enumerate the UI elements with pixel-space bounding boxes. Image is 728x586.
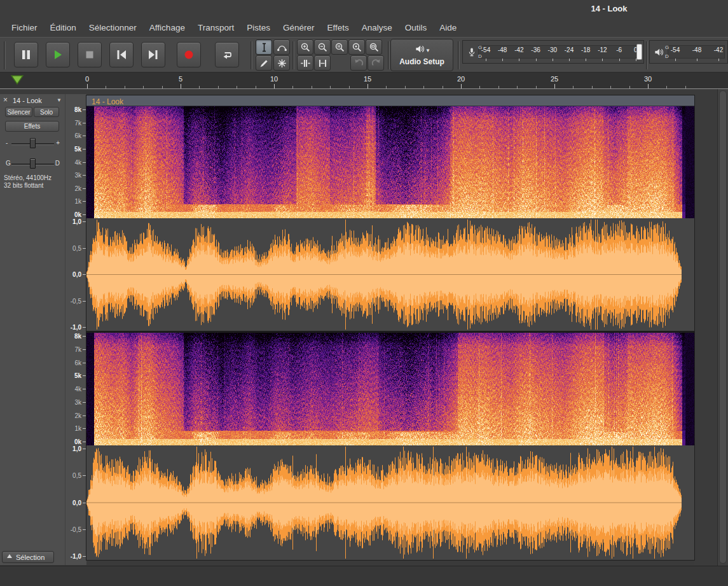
vertical-scale-ruler[interactable]: 8k7k6k5k4k3k2k1k0k1,00,50,0-0,5-1,08k7k6… — [65, 94, 86, 565]
draw-tool-button[interactable] — [256, 55, 272, 71]
timeline-tick — [629, 86, 630, 88]
timeline-tick — [405, 86, 406, 88]
track-format-info: Stéréo, 44100Hz 32 bits flottant — [4, 174, 52, 190]
toolbar-grip[interactable] — [292, 41, 294, 69]
zoom-in-button[interactable] — [297, 39, 313, 55]
timeline-tick — [554, 84, 555, 88]
timeline-label: 15 — [364, 75, 371, 83]
menu-fichier[interactable]: Fichier — [5, 20, 44, 35]
stop-icon — [83, 48, 96, 61]
timeline-label: 20 — [457, 75, 465, 83]
track-title[interactable]: 14 - Look — [13, 97, 42, 104]
timeline-tick — [498, 86, 499, 88]
timeline-tick — [87, 84, 88, 88]
toolbar-grip[interactable] — [388, 41, 390, 69]
clip-header[interactable]: 14 - Look — [86, 95, 694, 106]
record-button[interactable] — [177, 42, 201, 67]
envelope-tool-button[interactable] — [273, 39, 290, 55]
timeline-tick — [685, 86, 686, 88]
envelope-icon — [277, 42, 287, 53]
scale-label: -1,0 — [71, 324, 81, 331]
meter-scale-label: -30 — [548, 46, 557, 53]
scale-label: 3k — [74, 172, 81, 179]
menu-edition[interactable]: Édition — [44, 20, 83, 35]
zoom-toggle-button[interactable] — [348, 39, 365, 55]
toolbar-grip[interactable] — [458, 41, 460, 69]
timeline-tick — [106, 86, 106, 88]
redo-button[interactable] — [367, 55, 384, 71]
stop-button[interactable] — [78, 42, 102, 67]
gain-slider[interactable]: - + — [4, 135, 62, 151]
track-area: × 14 - Look ▼ Silencer Solo Effets - + G… — [0, 89, 728, 566]
meter-tick — [602, 59, 603, 61]
silence-button[interactable] — [314, 55, 331, 71]
scale-label: 5k — [74, 145, 81, 152]
scale-label: 0,0 — [72, 271, 81, 278]
meter-scale-label: -48 — [692, 46, 701, 53]
menu-pistes[interactable]: Pistes — [240, 20, 277, 35]
vertical-scrollbar-thumb[interactable] — [719, 90, 727, 564]
selection-toolbar-button[interactable]: Sélection — [2, 551, 54, 563]
selection-tool-button[interactable] — [256, 39, 272, 55]
audio-setup-button[interactable]: ▾ Audio Setup — [390, 39, 453, 71]
spectrogram-right-channel[interactable] — [86, 333, 694, 445]
zoom-fit-button[interactable] — [366, 39, 382, 55]
chevron-up-icon — [6, 554, 13, 561]
track-menu-button[interactable]: ▼ — [57, 97, 62, 103]
scale-label: 4k — [74, 158, 81, 165]
zoom-out-button[interactable] — [314, 39, 331, 55]
track-format-line1: Stéréo, 44100Hz — [4, 174, 52, 182]
track-close-button[interactable]: × — [3, 96, 8, 104]
scale-label: 1,0 — [72, 218, 81, 225]
scale-label: 5k — [74, 372, 81, 379]
microphone-icon — [467, 47, 477, 60]
meter-tick — [569, 59, 570, 61]
toolbar-grip[interactable] — [646, 41, 648, 69]
menu-transport[interactable]: Transport — [191, 20, 240, 35]
pan-right-label: D — [55, 160, 60, 167]
play-button[interactable] — [46, 42, 70, 67]
menu-analyse[interactable]: Analyse — [355, 20, 399, 35]
timeline-ruler[interactable]: 051015202530 — [0, 73, 728, 89]
menu-generer[interactable]: Générer — [277, 20, 321, 35]
menu-selectionner[interactable]: Sélectionner — [83, 20, 143, 35]
vertical-scrollbar[interactable] — [717, 89, 728, 566]
loop-button[interactable] — [215, 42, 239, 67]
zoom-selection-button[interactable] — [331, 39, 348, 55]
solo-button[interactable]: Solo — [34, 107, 59, 117]
menu-effets[interactable]: Effets — [320, 20, 355, 35]
playhead-pin-icon[interactable] — [11, 75, 24, 85]
scale-label: 7k — [74, 119, 81, 126]
recording-meter[interactable]: GD-54-48-42-36-30-24-18-12-60 — [462, 40, 644, 64]
gain-min-label: - — [6, 139, 8, 146]
effects-button[interactable]: Effets — [5, 121, 59, 132]
menu-outils[interactable]: Outils — [399, 20, 434, 35]
menu-aide[interactable]: Aide — [433, 20, 463, 35]
spectrogram-left-channel[interactable] — [86, 106, 694, 218]
waveform-left-channel[interactable] — [86, 218, 694, 331]
skip-to-end-button[interactable] — [141, 42, 165, 67]
pan-slider-thumb[interactable] — [30, 158, 36, 169]
scale-label: 0k — [74, 438, 81, 445]
trim-button[interactable] — [297, 55, 313, 71]
meter-tick — [718, 59, 719, 61]
skip-to-start-button[interactable] — [109, 42, 134, 67]
meter-tick — [675, 59, 676, 61]
multi-tool-tool-button[interactable] — [273, 55, 290, 71]
meter-handle[interactable] — [636, 44, 642, 60]
waveform-right-channel[interactable] — [86, 445, 694, 560]
menu-affichage[interactable]: Affichage — [143, 20, 191, 35]
toolbar-grip[interactable] — [251, 41, 252, 69]
gain-slider-thumb[interactable] — [30, 138, 36, 148]
audio-clip[interactable]: 14 - Look — [86, 95, 694, 560]
undo-button[interactable] — [350, 55, 367, 71]
timeline-tick — [592, 86, 593, 88]
toolbar-grip[interactable] — [4, 41, 6, 69]
scale-label: 1k — [74, 198, 81, 205]
pause-button[interactable] — [14, 42, 38, 67]
meter-scale-label: -6 — [616, 46, 622, 53]
mute-button[interactable]: Silencer — [5, 107, 32, 117]
titlebar[interactable]: 14 - Look — [0, 0, 728, 18]
playback-meter[interactable]: GD-54-48-42-36-30-24-18-12-60 — [649, 40, 728, 64]
pan-slider[interactable]: G D — [4, 155, 62, 172]
